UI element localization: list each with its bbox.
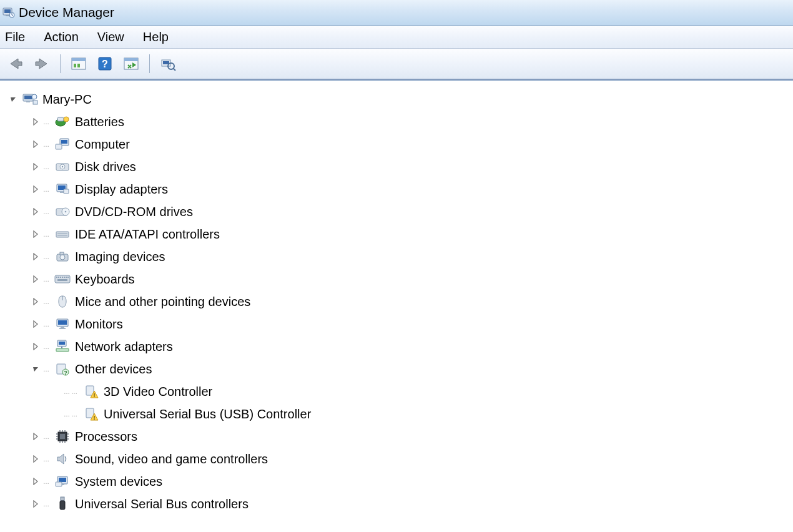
svg-point-24 <box>64 117 69 122</box>
tree-node-label: Network adapters <box>75 340 173 354</box>
expand-icon[interactable] <box>31 432 40 441</box>
tree-node-monitors[interactable]: … Monitors <box>9 313 793 335</box>
tree-node-imaging[interactable]: … Imaging devices <box>9 245 793 268</box>
tree-node-label: System devices <box>75 475 162 489</box>
display-icon <box>54 182 71 197</box>
expand-icon[interactable] <box>31 230 40 239</box>
svg-rect-72 <box>60 434 65 439</box>
system-icon <box>54 474 71 489</box>
svg-rect-6 <box>74 64 76 67</box>
tree-child-label: Universal Serial Bus (USB) Controller <box>104 407 311 421</box>
device-tree: Mary-PC … Batteries … Computer … Disk dr… <box>0 82 793 515</box>
expand-icon[interactable] <box>31 500 40 508</box>
expand-icon[interactable] <box>31 185 40 194</box>
tree-connector: … <box>42 478 51 485</box>
svg-rect-2 <box>6 15 9 16</box>
expand-icon[interactable] <box>31 140 40 149</box>
svg-rect-23 <box>57 117 64 121</box>
expand-icon[interactable] <box>31 162 40 171</box>
tree-root-label: Mary-PC <box>42 92 92 107</box>
tree-connector: … <box>42 298 51 305</box>
tree-node-batteries[interactable]: … Batteries <box>9 111 793 133</box>
tree-connector: … <box>42 501 51 508</box>
menu-view[interactable]: View <box>97 30 124 44</box>
menu-action[interactable]: Action <box>44 30 79 44</box>
expand-icon[interactable] <box>31 477 40 486</box>
svg-rect-48 <box>62 277 63 278</box>
menu-help[interactable]: Help <box>143 30 169 44</box>
tree-node-label: Display adapters <box>75 182 168 197</box>
svg-text:?: ? <box>64 370 67 376</box>
svg-rect-52 <box>57 279 67 281</box>
svg-rect-11 <box>124 58 138 61</box>
tree-node-mice[interactable]: … Mice and other pointing devices <box>9 290 793 313</box>
svg-rect-90 <box>60 501 65 510</box>
tree-connector: … <box>42 456 51 463</box>
tree-node-other-devices[interactable]: … ? Other devices <box>9 358 793 380</box>
collapse-icon[interactable] <box>31 365 40 373</box>
tree-node-ide[interactable]: … IDE ATA/ATAPI controllers <box>9 223 793 245</box>
tree-node-system-devices[interactable]: … System devices <box>9 470 793 493</box>
tree-node-sound[interactable]: … Sound, video and game controllers <box>9 448 793 470</box>
expand-icon[interactable] <box>31 207 40 216</box>
tree-node-processors[interactable]: … Processors <box>9 425 793 448</box>
svg-rect-26 <box>61 140 67 144</box>
cpu-icon <box>54 429 71 444</box>
expand-icon[interactable] <box>31 117 40 126</box>
tree-child-usb-controller[interactable]: …… ! Universal Serial Bus (USB) Controll… <box>9 403 793 425</box>
scan-hardware-button[interactable] <box>121 53 142 74</box>
expand-icon[interactable] <box>31 252 40 261</box>
menu-file[interactable]: File <box>5 30 25 44</box>
svg-rect-51 <box>67 277 69 278</box>
show-hidden-button[interactable] <box>68 53 89 74</box>
mouse-icon <box>54 294 71 309</box>
tree-node-label: Monitors <box>75 317 123 332</box>
tree-node-keyboards[interactable]: … Keyboards <box>9 268 793 290</box>
tree-connector: …… <box>62 411 80 418</box>
ide-icon <box>54 227 71 242</box>
tool-bar: ? <box>0 49 793 79</box>
help-button[interactable]: ? <box>94 53 116 74</box>
tree-node-dvd-cd-rom[interactable]: … DVD/CD-ROM drives <box>9 200 793 223</box>
expand-icon[interactable] <box>31 320 40 328</box>
svg-rect-88 <box>56 482 62 486</box>
tree-node-label: Universal Serial Bus controllers <box>75 497 249 511</box>
menu-bar: File Action View Help <box>0 26 793 49</box>
sound-icon <box>54 451 71 466</box>
tree-node-label: DVD/CD-ROM drives <box>75 205 193 219</box>
keyboard-icon <box>54 272 71 287</box>
collapse-icon[interactable] <box>9 95 17 104</box>
svg-rect-86 <box>59 478 66 482</box>
tree-node-display-adapters[interactable]: … Display adapters <box>9 178 793 200</box>
tree-connector: … <box>42 164 51 170</box>
svg-rect-49 <box>64 277 65 278</box>
tree-node-label: Batteries <box>75 115 124 129</box>
tree-child-3d-video[interactable]: …… ! 3D Video Controller <box>9 380 793 403</box>
tree-root[interactable]: Mary-PC <box>9 88 793 111</box>
svg-rect-27 <box>56 144 62 149</box>
tree-connector: … <box>42 366 51 373</box>
imaging-icon <box>54 249 71 264</box>
tree-node-computer[interactable]: … Computer <box>9 133 793 155</box>
svg-rect-45 <box>56 277 57 278</box>
tree-node-usb[interactable]: … Universal Serial Bus controllers <box>9 493 793 515</box>
tree-connector: … <box>42 186 51 193</box>
usb-icon <box>54 496 71 511</box>
forward-button[interactable] <box>31 53 52 74</box>
tree-node-label: Imaging devices <box>75 250 165 264</box>
tree-node-disk-drives[interactable]: … Disk drives <box>9 155 793 178</box>
window-title: Device Manager <box>19 5 114 20</box>
app-icon <box>2 6 15 19</box>
computer-icon <box>54 137 71 152</box>
expand-icon[interactable] <box>31 297 40 306</box>
tree-node-label: Sound, video and game controllers <box>75 452 268 466</box>
tree-node-label: Other devices <box>75 362 152 377</box>
expand-icon[interactable] <box>31 342 40 351</box>
back-button[interactable] <box>5 53 26 74</box>
expand-icon[interactable] <box>31 275 40 283</box>
network-icon <box>54 339 71 354</box>
properties-button[interactable] <box>157 53 179 74</box>
expand-icon[interactable] <box>31 455 40 463</box>
battery-icon <box>54 114 71 129</box>
tree-node-network[interactable]: … Network adapters <box>9 335 793 358</box>
